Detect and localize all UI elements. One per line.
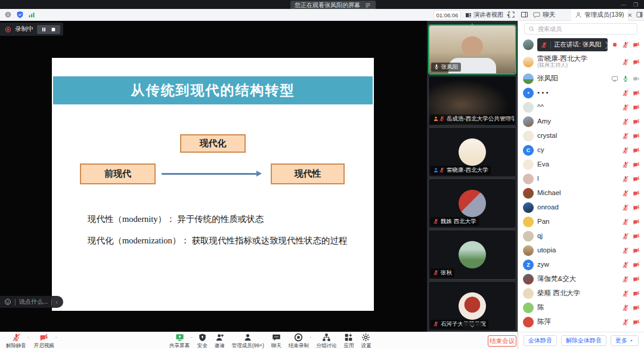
member-av-controls[interactable] (622, 304, 640, 311)
search-members-input[interactable]: 搜索成员 (524, 23, 637, 35)
toolbar-button[interactable]: 共享屏幕 (166, 332, 193, 349)
video-tile[interactable]: 魏姝 西北大学 (428, 178, 516, 228)
info-icon[interactable] (4, 11, 12, 18)
toolbar-button[interactable]: 结束录制 (285, 332, 312, 349)
maximize-icon[interactable]: ❐ (633, 2, 638, 8)
member-row[interactable]: Pan (518, 215, 644, 229)
person-orange-icon (433, 116, 439, 122)
toolbar-button[interactable]: 设置 (357, 332, 374, 349)
member-av-controls[interactable] (622, 233, 640, 240)
avatar (459, 241, 486, 268)
member-av-controls[interactable] (611, 41, 640, 48)
video-tile[interactable]: 张凤阳 (428, 24, 516, 75)
toolbar-button[interactable]: 应用 (340, 332, 357, 349)
toolbar-button[interactable]: 分组讨论 (312, 332, 340, 349)
slide-box-premodern: 前现代 (80, 163, 156, 184)
side-panel-icon[interactable] (636, 11, 643, 18)
member-av-controls[interactable] (622, 132, 640, 140)
member-row[interactable]: 薄伽梵&交大 (518, 272, 644, 286)
collapse-bubble-icon[interactable]: ‹ (55, 299, 57, 305)
member-row[interactable]: 正在讲话: 张凤阳 ❯❯ (518, 38, 644, 52)
member-av-controls[interactable] (622, 290, 640, 297)
panel-footer-button[interactable]: 解除全体静音 (561, 335, 606, 346)
toolbar-button[interactable]: 管理成员(99+) (228, 332, 268, 349)
member-row[interactable]: Amy (518, 115, 644, 129)
pause-recording-icon[interactable] (41, 27, 47, 32)
cam-off-icon (633, 319, 640, 326)
watching-screen-banner[interactable]: 您正在观看张凤阳的屏幕 (290, 1, 376, 10)
main-area: 从传统到现代的结构转型 现代化 前现代 现代性 现代性（modernity）： … (0, 21, 644, 332)
member-row[interactable]: C cy (518, 143, 644, 157)
layout-icon[interactable] (521, 11, 528, 18)
panel-footer-button[interactable]: 全体静音 (524, 335, 557, 346)
member-av-controls[interactable] (622, 261, 640, 268)
toolbar-button[interactable]: 安全 (194, 332, 211, 349)
smiley-icon[interactable] (4, 298, 11, 305)
video-tile[interactable]: 雷晓康-西北大学 (428, 127, 516, 177)
member-av-controls[interactable] (622, 204, 640, 211)
shield-check-icon[interactable] (16, 11, 24, 18)
member-row[interactable]: l (518, 172, 644, 186)
member-row[interactable]: 陈萍 (518, 315, 644, 329)
scroll-down-pill[interactable] (462, 322, 482, 330)
expand-caret[interactable]: ˆ (27, 336, 29, 341)
member-row[interactable]: utopia (518, 243, 644, 258)
tab-chat-label: 聊天 (543, 11, 555, 19)
expand-caret[interactable]: ˆ (310, 336, 312, 341)
member-row[interactable]: ^^ (518, 100, 644, 115)
quick-chat-bubble[interactable]: 说点什么... ‹ (0, 296, 63, 308)
member-av-controls[interactable] (622, 175, 640, 183)
toolbar-button[interactable]: 邀请 (211, 332, 228, 349)
member-av-controls[interactable] (622, 161, 640, 168)
cam-grey-icon (633, 75, 640, 82)
member-row[interactable]: Z zyw (518, 258, 644, 272)
member-av-controls[interactable] (622, 276, 640, 283)
chat-bubble-icon (533, 11, 540, 18)
chat-placeholder[interactable]: 说点什么... (19, 298, 48, 306)
mic-off-icon (622, 190, 629, 197)
video-tile[interactable]: 张秋 (428, 230, 516, 280)
member-row[interactable]: 柴顺 西北大学 (518, 286, 644, 301)
expand-caret[interactable]: ˆ (55, 336, 57, 341)
view-mode-selector[interactable]: 演讲者视图 (465, 10, 512, 20)
panel-more-icon[interactable]: ··· (617, 9, 625, 21)
banner-menu-icon[interactable] (364, 2, 371, 9)
member-av-controls[interactable] (622, 118, 640, 125)
member-av-controls[interactable] (622, 104, 640, 111)
member-av-controls[interactable] (622, 319, 640, 326)
toolbar-button[interactable]: 解除静音 (2, 332, 30, 349)
member-row[interactable]: Michael (518, 186, 644, 200)
member-av-controls[interactable] (622, 247, 640, 254)
member-av-controls[interactable] (622, 89, 640, 97)
cam-off-icon (633, 304, 640, 311)
end-meeting-button[interactable]: 结束会议 (488, 335, 516, 347)
toolbar-button[interactable]: 开启视频 (30, 332, 58, 349)
panel-footer-button[interactable]: 更多 (611, 335, 639, 346)
member-av-controls[interactable] (611, 75, 640, 82)
expand-caret[interactable]: ˆ (191, 336, 193, 341)
video-tile[interactable]: 岳成浩-西北大学公共管理学院 (428, 76, 516, 126)
scroll-up-icon[interactable] (468, 21, 476, 27)
minimize-icon[interactable]: — (621, 2, 626, 8)
toolbar-button[interactable]: 聊天 (268, 332, 285, 349)
member-row[interactable]: 张凤阳 (518, 72, 644, 86)
member-av-controls[interactable] (622, 58, 640, 66)
tab-chat[interactable]: 聊天 (530, 9, 559, 21)
member-row[interactable]: • • • • (518, 86, 644, 100)
member-av-controls[interactable] (622, 218, 640, 226)
fullscreen-icon[interactable] (507, 11, 515, 18)
member-row[interactable]: onroad (518, 200, 644, 215)
member-av-controls[interactable] (622, 147, 640, 154)
member-av-controls[interactable] (622, 190, 640, 197)
member-row[interactable]: crystal (518, 129, 644, 143)
member-row[interactable]: 陈 (518, 301, 644, 315)
panel-close-icon[interactable]: ✕ (627, 9, 632, 21)
stop-recording-icon[interactable] (51, 27, 56, 32)
member-row[interactable]: Eva (518, 157, 644, 172)
member-row[interactable]: 雷晓康-西北大学 (联席主持人) (518, 52, 644, 72)
slide-arrow (162, 173, 262, 175)
member-name: zyw (537, 261, 618, 268)
network-signal-icon[interactable] (28, 11, 36, 18)
member-row[interactable]: qj (518, 229, 644, 243)
cam-off-icon (633, 132, 640, 140)
